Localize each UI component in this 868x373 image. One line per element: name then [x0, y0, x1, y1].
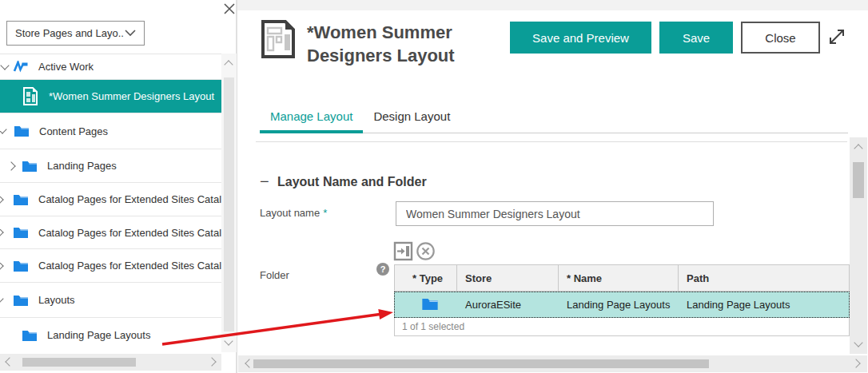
layout-document-icon [22, 86, 38, 106]
chevron-right-icon[interactable] [6, 161, 15, 170]
scroll-down-icon[interactable] [854, 338, 862, 347]
sidebar-horizontal-scrollbar[interactable] [0, 354, 221, 371]
folder-icon [14, 194, 28, 205]
tree-item-label: Catalog Pages for Extended Sites Catalo [38, 193, 221, 205]
tree-item-active-work[interactable]: Active Work [0, 54, 221, 80]
chevron-down-icon[interactable] [0, 125, 7, 133]
chevron-down-icon [125, 27, 136, 39]
scroll-up-icon[interactable] [854, 144, 862, 153]
folder-icon [14, 295, 28, 306]
page-title-line2: Designers Layout [307, 46, 455, 65]
tree-item-label: Catalog Pages for Extended Sites Catalo [38, 227, 221, 239]
main-vscroll-thumb[interactable] [853, 162, 864, 198]
tree-item-label: Layouts [38, 294, 75, 306]
required-asterisk: * [323, 207, 327, 219]
folder-toolbar [393, 241, 436, 264]
expand-icon[interactable] [827, 27, 846, 46]
explorer-filter-value: Store Pages and Layo.. [15, 27, 125, 39]
content-divider [256, 141, 847, 142]
folder-table: * Type Store * Name Path AuroraESite Lan… [394, 264, 850, 336]
save-and-preview-button[interactable]: Save and Preview [510, 22, 651, 54]
table-row-landing-page-layouts[interactable]: AuroraESite Landing Page Layouts Landing… [394, 292, 850, 318]
scroll-right-icon[interactable] [207, 357, 216, 366]
tree-item-layouts[interactable]: Layouts [0, 283, 221, 318]
column-header-name[interactable]: * Name [559, 265, 679, 291]
tree-item-label: *Women Summer Designers Layout [49, 90, 214, 102]
tree-item-landing-pages[interactable]: Landing Pages [0, 149, 221, 183]
page-title-line1: *Women Summer [307, 22, 452, 42]
scroll-down-icon[interactable] [224, 336, 233, 345]
close-button[interactable]: Close [741, 22, 820, 54]
section-header-layout-name-and-folder: − Layout Name and Folder [260, 173, 427, 191]
folder-icon [422, 298, 438, 312]
explorer-filter-dropdown[interactable]: Store Pages and Layo.. [6, 21, 145, 46]
selection-status: 1 of 1 selected [394, 318, 850, 336]
chevron-down-icon[interactable] [0, 61, 9, 69]
chevron-right-icon[interactable] [0, 261, 4, 270]
scroll-left-icon[interactable] [5, 357, 14, 366]
chevron-down-icon[interactable] [0, 294, 4, 303]
tree-item-label: Landing Pages [47, 160, 117, 172]
row-name-cell: Landing Page Layouts [559, 299, 679, 311]
sidebar-vscroll-thumb[interactable] [224, 77, 234, 331]
tab-design-layout[interactable]: Design Layout [363, 104, 460, 133]
main-vertical-scrollbar[interactable] [850, 137, 867, 354]
explorer-sidebar: Store Pages and Layo.. Active Work [0, 0, 237, 373]
folder-table-header: * Type Store * Name Path [394, 264, 850, 292]
column-header-path[interactable]: Path [679, 265, 849, 291]
column-header-store[interactable]: Store [457, 265, 559, 291]
tree-item-content-pages[interactable]: Content Pages [0, 113, 221, 149]
collapse-section-icon[interactable]: − [260, 173, 277, 191]
folder-icon [14, 260, 28, 272]
app-window: Store Pages and Layo.. Active Work [0, 0, 868, 373]
page-tree: Active Work *Women Summer Designers Layo… [0, 54, 221, 352]
folder-icon [22, 330, 37, 341]
row-store-cell: AuroraESite [457, 299, 559, 311]
scroll-right-icon[interactable] [851, 359, 860, 367]
row-path-cell: Landing Page Layouts [679, 299, 849, 311]
folder-label: Folder [260, 269, 289, 281]
column-header-type[interactable]: * Type [395, 265, 457, 291]
folder-icon [14, 125, 29, 137]
tree-item-catalog-pages-2[interactable]: Catalog Pages for Extended Sites Catalo [0, 216, 221, 249]
save-button[interactable]: Save [659, 22, 733, 54]
folder-icon [14, 227, 28, 238]
layout-tabs: Manage Layout Design Layout [260, 104, 848, 133]
move-into-icon[interactable] [393, 241, 413, 264]
scroll-up-icon[interactable] [224, 60, 233, 69]
tree-item-label: Catalog Pages for Extended Sites Catalo [38, 260, 221, 272]
tree-item-label: Content Pages [39, 125, 108, 137]
section-title: Layout Name and Folder [277, 175, 427, 189]
tree-item-label: Landing Page Layouts [47, 329, 150, 341]
main-horizontal-scrollbar[interactable] [238, 355, 867, 372]
help-icon[interactable]: ? [376, 263, 389, 276]
folder-icon [22, 161, 37, 172]
layout-page-icon [260, 19, 297, 62]
chevron-right-icon[interactable] [0, 228, 4, 236]
scroll-left-icon[interactable] [245, 359, 253, 367]
clear-selection-icon[interactable] [416, 241, 436, 264]
sidebar-vertical-scrollbar[interactable] [221, 54, 237, 352]
main-hscroll-thumb[interactable] [253, 359, 709, 368]
tab-manage-layout[interactable]: Manage Layout [260, 104, 363, 133]
layout-name-input[interactable] [396, 201, 714, 226]
close-icon[interactable] [223, 2, 236, 15]
chevron-right-icon[interactable] [0, 195, 4, 204]
tree-item-women-summer-designers-layout[interactable]: *Women Summer Designers Layout [0, 80, 221, 113]
tree-item-label: Active Work [38, 61, 94, 73]
row-type-cell [395, 298, 457, 312]
page-title: *Women Summer Designers Layout [307, 21, 531, 67]
layout-editor-panel: *Women Summer Designers Layout Save and … [237, 0, 868, 373]
panel-top-border [237, 0, 868, 10]
tree-item-catalog-pages-1[interactable]: Catalog Pages for Extended Sites Catalo [0, 183, 221, 216]
layout-name-label: Layout name* [260, 207, 327, 219]
active-work-icon [13, 61, 28, 73]
tree-item-landing-page-layouts[interactable]: Landing Page Layouts [0, 318, 221, 352]
tree-item-catalog-pages-3[interactable]: Catalog Pages for Extended Sites Catalo [0, 249, 221, 283]
sidebar-hscroll-thumb[interactable] [22, 358, 136, 367]
